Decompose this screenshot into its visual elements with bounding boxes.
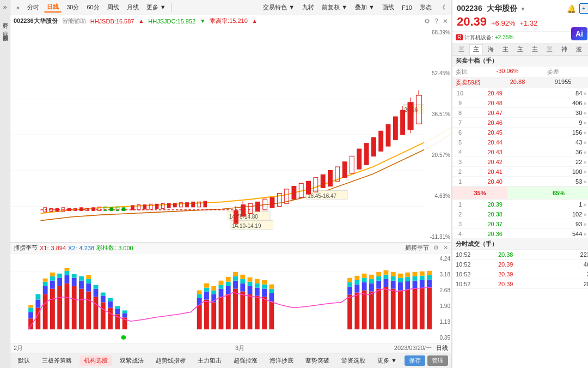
svg-rect-172 bbox=[269, 293, 274, 301]
bottom-btn-shuangzi[interactable]: 双紫战法 bbox=[115, 355, 148, 366]
ind-y-label-3: 2.68 bbox=[433, 287, 450, 293]
svg-rect-52 bbox=[292, 186, 296, 200]
svg-rect-69 bbox=[408, 102, 413, 130]
sidebar-item-fen[interactable]: 分时 bbox=[0, 16, 10, 21]
svg-rect-153 bbox=[233, 276, 238, 281]
tab-more[interactable]: 更多 ▼ bbox=[144, 3, 169, 12]
sell-price-1: 20.40 bbox=[464, 178, 526, 185]
svg-rect-101 bbox=[65, 283, 70, 329]
svg-rect-129 bbox=[122, 310, 127, 313]
sidebar-item-multi[interactable]: 多周期同屏 bbox=[0, 29, 10, 33]
svg-rect-150 bbox=[226, 277, 231, 282]
svg-rect-179 bbox=[354, 293, 359, 330]
svg-rect-107 bbox=[72, 274, 77, 278]
bottom-btn-sanban[interactable]: 三板斧策略 bbox=[38, 355, 76, 366]
buy-vol-3: 93● bbox=[525, 221, 587, 227]
tab-30min[interactable]: 30分 bbox=[64, 3, 82, 12]
ind-tab-zhu4[interactable]: 主 bbox=[528, 44, 542, 55]
tab-daily[interactable]: 日线 bbox=[44, 2, 62, 13]
indicator-close-btn[interactable]: ✕ bbox=[443, 244, 448, 251]
svg-rect-114 bbox=[86, 275, 91, 279]
svg-rect-202 bbox=[391, 272, 396, 276]
svg-rect-29 bbox=[186, 203, 189, 207]
toolbar-f10[interactable]: F10 bbox=[399, 4, 415, 11]
svg-rect-122 bbox=[108, 301, 113, 307]
ind-tab-hai[interactable]: 海 bbox=[484, 44, 498, 55]
svg-rect-213 bbox=[413, 276, 418, 281]
svg-rect-162 bbox=[248, 277, 253, 282]
sell-pct-label: 65% bbox=[553, 190, 565, 196]
toolbar-huaxian[interactable]: 画线 bbox=[379, 3, 397, 12]
ind-tab-bo[interactable]: 波 bbox=[572, 44, 586, 55]
svg-rect-203 bbox=[398, 291, 403, 330]
svg-rect-166 bbox=[255, 279, 260, 283]
tab-fenshi[interactable]: 分时 bbox=[24, 3, 42, 12]
tab-60min[interactable]: 60分 bbox=[84, 3, 102, 12]
bottom-btn-jigou[interactable]: 机构选股 bbox=[79, 355, 112, 366]
ind-tab-san[interactable]: 三 bbox=[455, 44, 468, 55]
ts-price-2: 20.39 bbox=[477, 261, 534, 268]
ind-tab-shen[interactable]: 神 bbox=[558, 44, 571, 55]
bell-icon[interactable]: 🔔 bbox=[567, 4, 576, 13]
svg-rect-159 bbox=[248, 294, 253, 330]
bottom-btn-zhuli[interactable]: 主力狙击 bbox=[193, 355, 226, 366]
bottom-btn-default[interactable]: 默认 bbox=[14, 355, 34, 366]
indicator-settings-btn[interactable]: ⚙ bbox=[433, 244, 439, 251]
ind-tab-zhu[interactable]: 主 bbox=[469, 44, 483, 55]
toolbar-jiaoyi[interactable]: 交易特色 ▼ bbox=[260, 3, 297, 12]
sell-price-6: 20.45 bbox=[464, 129, 526, 136]
toolbar-fuquan[interactable]: 前复权 ▼ bbox=[319, 3, 350, 12]
order-section-vol: 91955 bbox=[555, 79, 572, 87]
svg-rect-12 bbox=[80, 208, 83, 210]
stock-header-icons: 🔔 + 自选+ bbox=[567, 3, 588, 14]
sell-price-4: 20.43 bbox=[464, 149, 526, 155]
svg-rect-10 bbox=[68, 208, 71, 210]
ts-row-2: 10:52 20.39 46 B bbox=[452, 260, 588, 269]
svg-rect-141 bbox=[211, 291, 216, 294]
bottom-btn-xushi[interactable]: 蓄势突破 bbox=[301, 355, 334, 366]
save-button[interactable]: 保存 bbox=[405, 355, 425, 366]
buy-row-4: 4 20.36 544● bbox=[452, 229, 588, 239]
toolbar-collapse-btn[interactable]: « bbox=[14, 4, 22, 11]
bottom-btn-chaogiang[interactable]: 超强控涨 bbox=[229, 355, 262, 366]
buy-row-3: 3 20.37 93● bbox=[452, 219, 588, 229]
bottom-btn-qushi[interactable]: 趋势线指标 bbox=[151, 355, 190, 366]
svg-rect-206 bbox=[398, 274, 403, 278]
bottom-btn-more[interactable]: 更多 ▼ bbox=[373, 355, 401, 366]
tab-weekly[interactable]: 周线 bbox=[105, 3, 122, 12]
toolbar-jiuzhuan[interactable]: 九转 bbox=[299, 3, 317, 12]
toolbar-collapse-right[interactable]: 《 bbox=[437, 3, 448, 12]
sidebar-item-k[interactable]: K线 bbox=[0, 21, 10, 29]
manage-button[interactable]: 管理 bbox=[427, 355, 448, 366]
ai-badge[interactable]: Ai bbox=[571, 27, 587, 40]
svg-rect-192 bbox=[376, 281, 381, 289]
toolbar-diejia[interactable]: 叠加 ▼ bbox=[352, 3, 377, 12]
settings-icon-btn[interactable]: ⚙ bbox=[424, 17, 430, 25]
tab-monthly[interactable]: 月线 bbox=[124, 3, 142, 12]
svg-rect-183 bbox=[362, 291, 367, 330]
wei-bi-label: 委比 bbox=[456, 68, 468, 76]
close-icon-btn[interactable]: ✕ bbox=[443, 17, 448, 25]
buy-vol-1: 1● bbox=[525, 201, 587, 208]
svg-rect-25 bbox=[161, 203, 164, 208]
toolbar-xingtai[interactable]: 形态 bbox=[417, 3, 434, 12]
svg-rect-137 bbox=[204, 288, 209, 292]
help-icon-btn[interactable]: ? bbox=[434, 17, 438, 25]
sell-row-7: 7 20.46 9● bbox=[452, 118, 588, 128]
arrow-down-1: ▼ bbox=[200, 18, 205, 24]
bottom-btn-haiyang[interactable]: 海洋抄底 bbox=[265, 355, 298, 366]
svg-rect-63 bbox=[371, 137, 376, 156]
svg-rect-22 bbox=[143, 205, 146, 209]
svg-rect-177 bbox=[347, 282, 352, 287]
sidebar-collapse-arrow[interactable]: » bbox=[2, 2, 8, 12]
stock-price: 20.39 bbox=[457, 15, 487, 29]
ind-tab-san2[interactable]: 三 bbox=[543, 44, 556, 55]
ind-tab-zhu3[interactable]: 主 bbox=[513, 44, 527, 55]
zixuan-button[interactable]: + 自选+ bbox=[579, 3, 588, 14]
ind-tab-zhu2[interactable]: 主 bbox=[499, 44, 512, 55]
svg-rect-175 bbox=[347, 295, 352, 330]
bottom-btn-youzi[interactable]: 游资选股 bbox=[337, 355, 370, 366]
buy-vol-2: 102● bbox=[525, 211, 587, 218]
ind-y-label-2: 3.18 bbox=[433, 272, 450, 277]
buy-price-3: 20.37 bbox=[464, 221, 526, 227]
